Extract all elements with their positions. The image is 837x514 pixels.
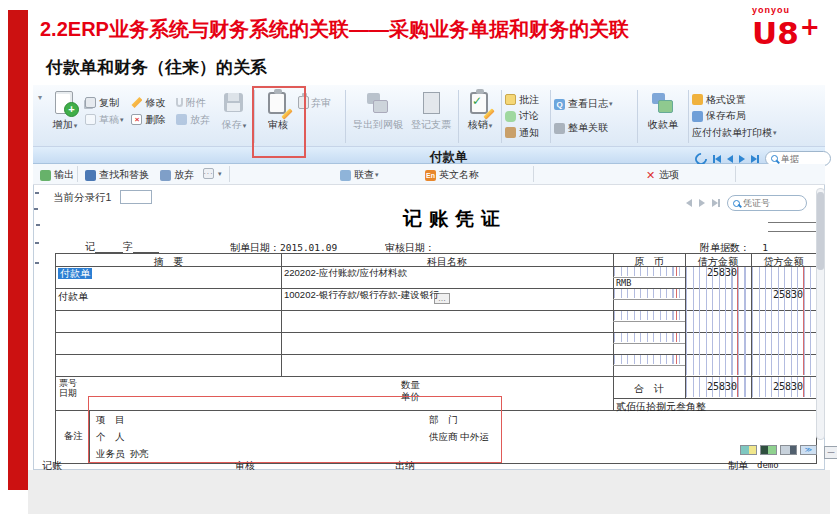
output-button[interactable]: 输出 bbox=[40, 168, 74, 182]
export-ebank-button[interactable]: 导出到网银 bbox=[349, 89, 407, 144]
find-replace-button[interactable]: 查找和替换 bbox=[85, 168, 149, 182]
add-icon: + bbox=[53, 90, 77, 116]
row1-debit-cell[interactable]: 25830 bbox=[685, 267, 737, 278]
ribbon-divider bbox=[254, 90, 255, 143]
voucher-table: 摘 要 科目名称 原 币 借方金额 贷方金额 付款单 220202-应付账款/应… bbox=[55, 253, 817, 464]
status-mini-icon-4[interactable]: ≫ bbox=[800, 445, 817, 455]
save-button[interactable]: 保存▾ bbox=[217, 89, 251, 144]
annotate-button[interactable]: 批注 bbox=[505, 92, 543, 107]
add-button[interactable]: + 增加▾ bbox=[45, 89, 85, 144]
save-layout-button[interactable]: 保存布局 bbox=[692, 109, 746, 124]
unaudit-icon bbox=[298, 96, 311, 109]
last-record-button[interactable] bbox=[751, 155, 759, 163]
ribbon-divider bbox=[550, 90, 551, 143]
register-check-label: 登记支票 bbox=[411, 118, 451, 132]
link-whole-button[interactable]: 整单关联 bbox=[554, 121, 630, 136]
discuss-label: 讨论 bbox=[519, 109, 539, 123]
document-search-input[interactable] bbox=[781, 154, 825, 164]
ribbon-divider bbox=[688, 90, 689, 143]
discuss-button[interactable]: 讨论 bbox=[505, 109, 543, 124]
copy-icon bbox=[85, 97, 96, 108]
layout-group: 格式设置 保存布局 应付付款单打印模▾ bbox=[692, 89, 800, 144]
row1-summary-cell[interactable]: 付款单 bbox=[58, 267, 92, 281]
copy-button[interactable]: 复制 bbox=[85, 96, 127, 110]
slide-subtitle: 付款单和财务（往来）的关系 bbox=[46, 56, 267, 79]
delete-label: 删除 bbox=[145, 113, 165, 127]
ribbon-divider bbox=[345, 90, 346, 143]
ruled-red-line bbox=[737, 267, 738, 375]
export-ebank-label: 导出到网银 bbox=[353, 118, 403, 132]
options-label: 选项 bbox=[659, 168, 679, 182]
status-mini-icon-1[interactable] bbox=[740, 445, 757, 455]
attachment-button[interactable]: 附件 bbox=[176, 96, 213, 110]
audit-icon bbox=[266, 90, 290, 116]
writeoff-button[interactable]: ✓ 核销▾ bbox=[462, 89, 498, 144]
draft-icon bbox=[85, 114, 96, 125]
chain-icon bbox=[554, 123, 565, 134]
options-button[interactable]: ✕选项 bbox=[645, 168, 679, 182]
previous-record-button[interactable] bbox=[727, 155, 733, 163]
audit-button[interactable]: 审核 bbox=[258, 89, 298, 144]
modify-label: 修改 bbox=[145, 96, 165, 110]
discard-button[interactable]: 放弃 bbox=[176, 113, 213, 127]
draft-button[interactable]: 草稿▾ bbox=[85, 113, 127, 127]
ribbon-toolbar: ▾ + 增加▾ 复制 修改 附件 草稿▾ ×删除 放弃 保存▾ 审核 bbox=[33, 85, 825, 147]
toolbar-divider bbox=[229, 166, 230, 182]
notify-button[interactable]: 通知 bbox=[505, 125, 543, 140]
ruled-red-line bbox=[676, 289, 677, 298]
speech-bubble-icon bbox=[505, 111, 516, 122]
voucher-last-button[interactable] bbox=[712, 199, 720, 207]
megaphone-icon bbox=[505, 127, 516, 138]
row2-summary-cell[interactable]: 付款单 bbox=[58, 290, 88, 304]
more-tools-button[interactable]: ···▾ bbox=[203, 168, 222, 179]
receipt-button[interactable]: 收款单 bbox=[641, 89, 685, 144]
status-mini-icon-3[interactable] bbox=[780, 445, 797, 455]
price-label: 单价 bbox=[401, 391, 420, 404]
voucher-previous-button[interactable] bbox=[686, 199, 692, 207]
ribbon-overflow-caret[interactable]: ▾ bbox=[35, 89, 45, 144]
row2-credit-cell[interactable]: 25830 bbox=[751, 289, 803, 300]
voucher-next-button[interactable] bbox=[699, 199, 705, 207]
ruled-area bbox=[614, 289, 684, 298]
scrollbar-thumb[interactable] bbox=[817, 192, 824, 270]
delete-button[interactable]: ×删除 bbox=[131, 113, 172, 127]
print-template-button[interactable]: 应付付款单打印模▾ bbox=[692, 125, 777, 140]
edge-mark bbox=[35, 262, 39, 264]
unaudit-button[interactable]: 弃审 bbox=[298, 96, 331, 110]
supplier-label: 供应商 bbox=[429, 431, 458, 442]
row1-currency-cell[interactable]: RMB bbox=[616, 278, 631, 288]
status-mini-icon-2[interactable] bbox=[760, 445, 777, 455]
log-group: Q查看日志▾ 整单关联 bbox=[554, 89, 634, 144]
link-query-button[interactable]: 联查▾ bbox=[340, 168, 379, 182]
grid-line bbox=[613, 299, 685, 300]
discard2-button[interactable]: 放弃 bbox=[160, 168, 194, 182]
selected-summary: 付款单 bbox=[58, 268, 92, 279]
next-record-button[interactable] bbox=[739, 155, 745, 163]
format-settings-button[interactable]: 格式设置 bbox=[692, 92, 746, 107]
grid-line bbox=[613, 343, 685, 344]
search-icon bbox=[771, 155, 778, 162]
row2-account-cell[interactable]: 100202-银行存款/银行存款-建设银行 bbox=[284, 289, 439, 302]
en-badge-icon: En bbox=[425, 170, 436, 181]
discard2-label: 放弃 bbox=[174, 168, 194, 182]
edge-mark bbox=[34, 208, 38, 210]
row1-account-cell[interactable]: 220202-应付账款/应付材料款 bbox=[284, 267, 407, 280]
draft-label: 草稿 bbox=[99, 113, 119, 127]
view-log-button[interactable]: Q查看日志▾ bbox=[554, 97, 630, 112]
ribbon-divider bbox=[458, 90, 459, 143]
voucher-search-box[interactable] bbox=[727, 195, 807, 211]
remark-salesman: 业务员 孙亮 bbox=[96, 448, 149, 461]
voucher-title: 记账凭证 bbox=[355, 206, 555, 232]
remark-label: 备注 bbox=[64, 430, 83, 443]
voucher-search-input[interactable] bbox=[743, 198, 801, 208]
grid-line bbox=[613, 365, 685, 366]
slide-canvas: 2.2ERP业务系统与财务系统的关联——采购业务单据和财务的关联 yonyou … bbox=[0, 0, 837, 514]
current-entry-input[interactable] bbox=[120, 190, 152, 204]
english-name-button[interactable]: En英文名称 bbox=[425, 168, 479, 182]
register-check-button[interactable]: 登记支票 bbox=[407, 89, 455, 144]
ribbon-divider bbox=[637, 90, 638, 143]
fill-line bbox=[768, 222, 820, 223]
window-grip[interactable]: — bbox=[824, 446, 837, 459]
modify-button[interactable]: 修改 bbox=[131, 96, 172, 110]
first-record-button[interactable] bbox=[713, 155, 721, 163]
